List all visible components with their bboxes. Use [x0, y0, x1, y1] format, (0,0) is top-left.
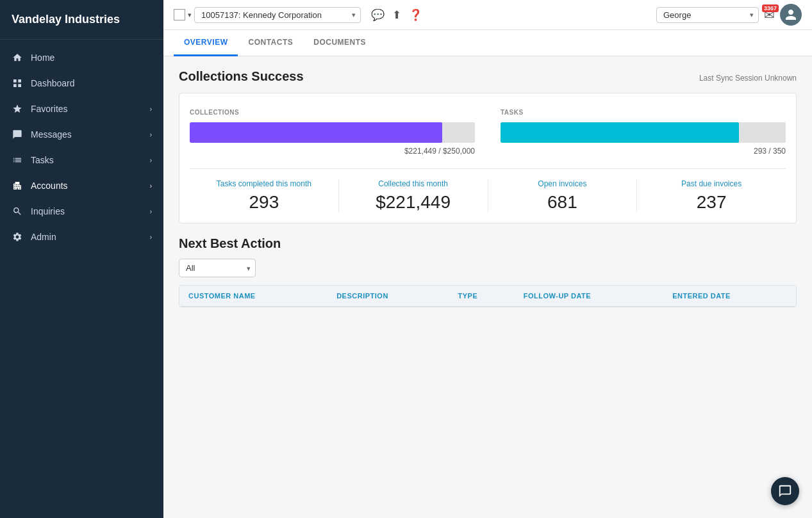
bars-row: COLLECTIONS $221,449 / $250,000 TASKS 29… — [190, 104, 786, 158]
tasks-bar-label: TASKS — [501, 109, 786, 116]
sidebar: Vandelay Industries Home Dashboard Favor… — [0, 0, 163, 518]
stat-label: Open invoices — [496, 179, 629, 188]
chevron-icon: › — [150, 208, 152, 215]
chevron-icon: › — [150, 182, 152, 190]
help-icon-btn[interactable]: ❓ — [409, 8, 422, 22]
tab-contacts[interactable]: CONTACTS — [238, 30, 303, 56]
stats-row: Tasks completed this month 293 Collected… — [190, 168, 786, 213]
nba-filter-select[interactable]: All Phone Email EmailSend — [179, 259, 256, 277]
tabs-bar: OVERVIEW CONTACTS DOCUMENTS — [163, 30, 812, 56]
nba-table: CUSTOMER NAME DESCRIPTION TYPE FOLLOW-UP… — [179, 286, 796, 307]
stat-value: 237 — [645, 192, 778, 213]
nba-table-header: CUSTOMER NAME DESCRIPTION TYPE FOLLOW-UP… — [179, 286, 796, 307]
stat-item: Tasks completed this month 293 — [190, 179, 339, 213]
col-description: DESCRIPTION — [327, 286, 449, 307]
sidebar-item-label: Accounts — [31, 181, 142, 191]
collections-bar-label: COLLECTIONS — [190, 109, 475, 116]
sidebar-item-home[interactable]: Home — [0, 45, 163, 70]
avatar-button[interactable] — [780, 4, 802, 26]
col-entered: ENTERED DATE — [663, 286, 796, 307]
topbar-dropdown-chevron[interactable]: ▾ — [188, 11, 192, 19]
tasks-bar-track — [501, 122, 786, 143]
mail-button[interactable]: ✉ 3367 — [764, 7, 775, 22]
sidebar-item-admin[interactable]: Admin › — [0, 224, 163, 250]
upload-icon-btn[interactable]: ⬆ — [392, 8, 401, 22]
grid-icon — [12, 77, 23, 89]
topbar-left: ▾ 10057137: Kennedy Corporation — [174, 7, 361, 23]
stat-item: Collected this month $221,449 — [339, 179, 488, 213]
sidebar-item-label: Inquiries — [31, 206, 142, 216]
star-icon — [12, 103, 23, 115]
list-icon — [12, 154, 23, 166]
stat-value: 681 — [496, 192, 629, 213]
collections-bar-section: COLLECTIONS $221,449 / $250,000 — [190, 109, 475, 156]
user-select[interactable]: George — [656, 7, 759, 23]
nba-filter-wrapper: All Phone Email EmailSend — [179, 259, 256, 277]
settings-icon — [12, 231, 23, 243]
sidebar-item-label: Admin — [31, 232, 142, 242]
col-customer: CUSTOMER NAME — [179, 286, 327, 307]
sidebar-item-inquiries[interactable]: Inquiries › — [0, 198, 163, 224]
sidebar-item-tasks[interactable]: Tasks › — [0, 147, 163, 173]
topbar-right: George ✉ 3367 — [656, 4, 802, 26]
collections-title: Collections Success — [179, 69, 304, 84]
stat-item: Open invoices 681 — [488, 179, 638, 213]
tasks-bar-fill — [501, 122, 739, 143]
topbar-action-icons: 💬 ⬆ ❓ — [371, 8, 422, 22]
tab-overview[interactable]: OVERVIEW — [174, 30, 238, 56]
chat-icon-btn[interactable]: 💬 — [371, 8, 385, 22]
stat-value: 293 — [197, 192, 331, 213]
stat-value: $221,449 — [347, 192, 480, 213]
chevron-icon: › — [150, 131, 152, 138]
sidebar-item-dashboard[interactable]: Dashboard — [0, 70, 163, 96]
stat-label: Collected this month — [347, 179, 480, 188]
account-select[interactable]: 10057137: Kennedy Corporation — [194, 7, 361, 23]
stat-item: Past due invoices 237 — [637, 179, 786, 213]
sidebar-item-label: Tasks — [31, 155, 142, 165]
chevron-icon: › — [150, 157, 152, 164]
topbar: ▾ 10057137: Kennedy Corporation 💬 ⬆ ❓ Ge… — [163, 0, 812, 30]
building-icon — [12, 180, 23, 191]
nba-table-container: CUSTOMER NAME DESCRIPTION TYPE FOLLOW-UP… — [179, 285, 797, 307]
account-select-wrapper: 10057137: Kennedy Corporation — [194, 7, 361, 23]
sidebar-item-messages[interactable]: Messages › — [0, 122, 163, 147]
sidebar-nav: Home Dashboard Favorites › Messages › Ta… — [0, 40, 163, 518]
main-panel: ▾ 10057137: Kennedy Corporation 💬 ⬆ ❓ Ge… — [163, 0, 812, 518]
search-icon — [12, 206, 23, 217]
sidebar-item-label: Dashboard — [31, 78, 152, 88]
nba-title: Next Best Action — [179, 236, 797, 251]
home-icon — [12, 52, 23, 63]
collections-card: COLLECTIONS $221,449 / $250,000 TASKS 29… — [179, 93, 797, 223]
nba-filter-row: All Phone Email EmailSend — [179, 259, 797, 277]
content-area: Collections Success Last Sync Session Un… — [163, 56, 812, 518]
mail-badge: 3367 — [762, 4, 779, 12]
col-type: TYPE — [449, 286, 514, 307]
chat-icon — [12, 129, 23, 140]
chevron-icon: › — [150, 234, 152, 241]
sidebar-item-label: Home — [31, 53, 152, 63]
stat-label: Past due invoices — [645, 179, 778, 188]
chevron-icon: › — [150, 106, 152, 113]
collections-bar-track — [190, 122, 475, 143]
sync-info: Last Sync Session Unknown — [699, 74, 797, 83]
tasks-bar-values: 293 / 350 — [501, 147, 786, 156]
sidebar-item-favorites[interactable]: Favorites › — [0, 96, 163, 122]
chat-widget[interactable] — [771, 477, 799, 505]
stat-label: Tasks completed this month — [197, 179, 331, 188]
row-checkbox[interactable] — [174, 9, 185, 20]
sidebar-item-label: Messages — [31, 129, 142, 140]
sidebar-item-accounts[interactable]: Accounts › — [0, 173, 163, 198]
brand-logo: Vandelay Industries — [0, 0, 163, 40]
sidebar-item-label: Favorites — [31, 104, 142, 114]
tab-documents[interactable]: DOCUMENTS — [303, 30, 376, 56]
tasks-bar-section: TASKS 293 / 350 — [501, 109, 786, 156]
collections-bar-fill — [190, 122, 442, 143]
collections-bar-values: $221,449 / $250,000 — [190, 147, 475, 156]
col-followup: FOLLOW-UP DATE — [515, 286, 663, 307]
user-select-wrapper: George — [656, 7, 759, 23]
